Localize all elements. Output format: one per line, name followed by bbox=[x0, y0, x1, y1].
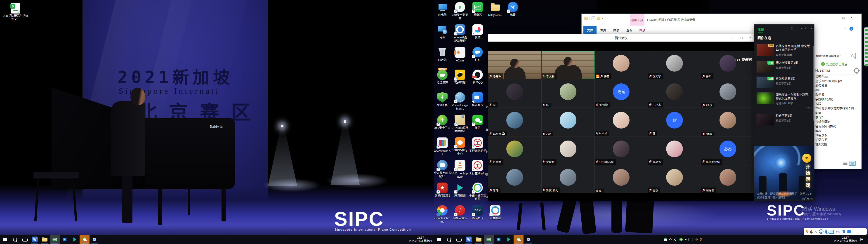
play-game-icon[interactable] bbox=[802, 154, 811, 163]
ad-close[interactable]: 广告 × bbox=[776, 106, 812, 110]
participant-tile[interactable]: 周艳芳 bbox=[648, 136, 701, 165]
taskbar-wechat[interactable] bbox=[80, 235, 90, 244]
file-item[interactable]: ork bbox=[815, 88, 856, 92]
taskbar-iqiyi[interactable] bbox=[50, 235, 60, 244]
clock[interactable]: 21:372020/12/24 星期四 bbox=[407, 236, 434, 243]
maximize-icon[interactable]: □ bbox=[741, 36, 742, 39]
file-item[interactable]: 大版 bbox=[815, 101, 856, 106]
file-item[interactable]: iting bbox=[815, 111, 856, 115]
video-item[interactable]: 独播 真凶难逃第1集观看至第1集 bbox=[754, 74, 814, 90]
hidden-icons-chevron[interactable] bbox=[669, 238, 672, 242]
taskbar-wechat[interactable] bbox=[514, 235, 524, 244]
tab-share[interactable]: 共享 bbox=[610, 26, 623, 34]
game-ad-banner[interactable]: 开始游戏 bbox=[754, 146, 814, 199]
ime-mode-chinese[interactable]: 中 bbox=[810, 229, 813, 234]
file-item[interactable]: 鲁吉亚实习协议 bbox=[815, 124, 856, 128]
file-item[interactable]: 境外交换 bbox=[815, 142, 856, 147]
video-item[interactable]: 狼殿下第1集观看至第1集 bbox=[754, 112, 814, 127]
desktop-icon-beecut[interactable]: 蜜蜂剪辑 bbox=[451, 69, 469, 85]
participant-tile[interactable]: 吴鹏 浙大 bbox=[541, 165, 595, 193]
minimize-icon[interactable]: – bbox=[801, 27, 802, 30]
start-game-button[interactable]: 开始游戏 bbox=[804, 164, 811, 189]
360-tray-icon[interactable] bbox=[679, 238, 683, 241]
desktop-icon-icbc-bank[interactable]: 工行在线银行 bbox=[469, 160, 487, 175]
desktop-icon-this-pc[interactable]: 此电脑 bbox=[434, 2, 451, 17]
participant-tile[interactable]: 劲松刘劲松 bbox=[595, 79, 648, 108]
desktop-icon-360safe[interactable]: 360安全卫士 bbox=[434, 115, 451, 130]
participant-tile[interactable]: вика bbox=[701, 108, 754, 136]
desktop-icon-network[interactable]: 网络 bbox=[434, 24, 451, 39]
participant-tile[interactable]: 宋慧娟 bbox=[541, 136, 595, 165]
video-tools-tab[interactable]: 视频工具 bbox=[630, 14, 645, 26]
desktop-icon-tencent-meeting[interactable]: 腾讯会议 bbox=[469, 92, 487, 107]
desktop-icon-youku[interactable]: 优酷 bbox=[469, 24, 487, 39]
taskbar-chrome[interactable] bbox=[524, 235, 533, 244]
file-item[interactable]: 意写作 bbox=[815, 115, 856, 120]
skin-icon[interactable] bbox=[842, 230, 846, 233]
participant-tile[interactable]: 王小家 bbox=[648, 79, 701, 108]
start-button[interactable] bbox=[434, 235, 444, 244]
desktop-icon-wechat[interactable]: 微信 bbox=[469, 115, 487, 130]
touch-keyboard-icon[interactable] bbox=[688, 238, 693, 241]
tab-view[interactable]: 查看 bbox=[623, 26, 636, 34]
close-icon[interactable]: × bbox=[749, 36, 751, 39]
task-view-button[interactable] bbox=[454, 235, 464, 244]
participant-tile[interactable]: 崖珉 bbox=[488, 165, 541, 193]
desktop-icon-trash-clean[interactable]: 685M垃圾清理 bbox=[434, 69, 451, 85]
close-icon[interactable]: × bbox=[810, 27, 812, 30]
desktop-icon-ocam[interactable]: oCam bbox=[451, 47, 469, 62]
desktop-icon-lenovo-driver[interactable]: Lenovo联想驱动管理 bbox=[451, 24, 469, 43]
desktop-icon-recycle-bin[interactable]: 回收站 bbox=[434, 47, 451, 62]
taskbar-word[interactable] bbox=[30, 235, 40, 244]
desktop-icon-qq[interactable]: 腾讯QQ bbox=[469, 69, 487, 85]
desktop-icon-xiaobai[interactable]: 小白一键重装系统 bbox=[469, 183, 487, 201]
participant-tile[interactable]: Zwr bbox=[541, 108, 595, 136]
desktop-icon-dingtalk[interactable]: 钉钉 bbox=[469, 47, 487, 62]
search-input[interactable] bbox=[815, 54, 851, 57]
wps-tray-icon[interactable]: S bbox=[700, 238, 702, 242]
tab-home[interactable]: 主页 bbox=[596, 26, 610, 34]
participant-tile[interactable]: 19汉教苏慧 bbox=[595, 136, 648, 165]
tab-video[interactable]: 视频 bbox=[757, 27, 764, 32]
participant-tile[interactable]: 奶奶赵阅鹏奶奶 bbox=[701, 136, 754, 165]
file-item[interactable]: 改申报 bbox=[815, 92, 856, 97]
desktop-icon-iqiyi[interactable]: 爱奇艺 bbox=[469, 2, 487, 17]
participant-tile[interactable]: 铭铭 bbox=[648, 108, 701, 136]
file-item[interactable]: 20夏杜青 bbox=[815, 83, 856, 88]
video-item[interactable]: 自制 唐人街探案第1集观看至第1集 bbox=[754, 59, 814, 74]
taskbar-tencent-video[interactable] bbox=[504, 235, 514, 244]
desktop-icon-chrome[interactable]: Google Chrome bbox=[434, 205, 451, 223]
participant-tile[interactable]: flh bbox=[541, 79, 595, 108]
tab-file[interactable]: 文件 bbox=[583, 26, 596, 34]
participant-tile[interactable]: 许蕾 bbox=[595, 51, 648, 79]
sogou-logo[interactable]: S bbox=[806, 229, 808, 234]
search-icon[interactable] bbox=[851, 55, 854, 57]
qat-dropdown-icon[interactable]: ▾ bbox=[602, 17, 603, 20]
desktop-icon-digital-library[interactable]: 个人数字图书馆2.1 bbox=[434, 160, 451, 178]
desktop-icon-360sd[interactable]: 360杀毒 bbox=[434, 92, 451, 107]
participant-tile[interactable]: 星星星星 bbox=[595, 108, 648, 136]
wifi-icon[interactable] bbox=[674, 238, 677, 241]
desktop-icon-cajviewer[interactable]: CAJViewer 7.2 bbox=[434, 138, 451, 156]
thumbnail-view-icon[interactable] bbox=[849, 161, 856, 165]
participant-tile[interactable]: XAQ bbox=[701, 79, 754, 108]
file-item[interactable]: otos bbox=[815, 128, 856, 133]
taskbar-word[interactable] bbox=[464, 235, 474, 244]
file-item[interactable]: 关软件.rar bbox=[815, 74, 856, 79]
soft-keyboard-icon[interactable] bbox=[829, 230, 834, 234]
volume-icon[interactable] bbox=[685, 239, 686, 240]
voice-input-icon[interactable] bbox=[825, 230, 827, 233]
participant-tile[interactable]: su bbox=[595, 165, 648, 193]
desktop-icon-tencent-video[interactable]: 腾讯视频 bbox=[451, 183, 469, 197]
participant-tile[interactable]: 范丽君 bbox=[488, 136, 541, 165]
desktop-icon-baidu-pan[interactable]: 百度网盘 bbox=[487, 205, 504, 220]
desktop-icon-chaoxing[interactable]: 超星阅读器5 bbox=[434, 183, 451, 197]
desktop-icon-presto[interactable]: Presto! PageMan... bbox=[451, 92, 469, 111]
action-center-button[interactable] bbox=[859, 235, 866, 244]
ad-label-close[interactable]: ◎广告 | × bbox=[802, 197, 813, 201]
file-item[interactable]: 言规划概论 bbox=[815, 120, 856, 124]
taskbar-chrome[interactable] bbox=[90, 235, 99, 244]
video-item[interactable]: VIP 名侦探柯南 剧场版 中文版 异次元的狙击手观看至第18集 bbox=[754, 42, 814, 59]
search-button[interactable] bbox=[444, 235, 454, 244]
participant-tile[interactable]: Eacho bbox=[488, 108, 541, 136]
